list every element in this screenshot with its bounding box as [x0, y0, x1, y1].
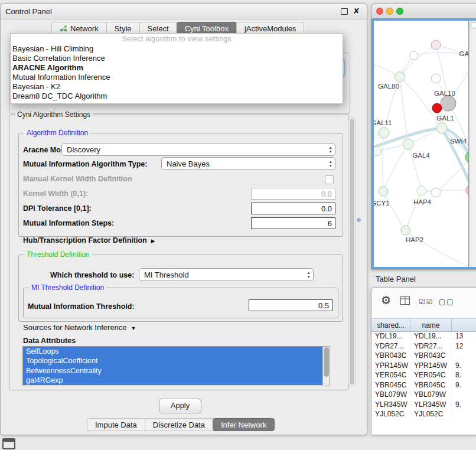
network-node-hap2[interactable] — [401, 226, 410, 235]
deselect-all-icon[interactable]: ▢▢ — [439, 298, 455, 306]
table-toolbar: ⚙ ☑☑ ▢▢ — [371, 288, 476, 317]
network-canvas[interactable]: GAL80GALGAL10GAL1GAL11SWI4GAL4GCY1HAP4HA… — [374, 21, 468, 267]
dpi-tolerance-field[interactable] — [251, 203, 335, 214]
network-scrollbar[interactable] — [469, 21, 476, 267]
network-node[interactable] — [431, 40, 441, 50]
list-scrollbar[interactable] — [322, 347, 330, 386]
table-row[interactable]: YDL19...YDL19...13 — [371, 331, 476, 341]
algorithm-dropdown-popup: Select algorithm to view settings Bayesi… — [10, 33, 343, 104]
mi-steps-field[interactable] — [251, 217, 335, 229]
network-node[interactable] — [466, 185, 468, 195]
scrollbar-thumb[interactable] — [350, 119, 354, 384]
algorithm-option[interactable]: Bayesian - K2 — [11, 82, 343, 92]
aracne-mode-combobox[interactable]: Discovery ▲▼ — [61, 143, 335, 156]
algorithm-option[interactable]: Dream8 DC_TDC Algorithm — [11, 92, 343, 101]
network-node[interactable] — [374, 146, 382, 156]
close-icon[interactable]: ✘ — [353, 6, 360, 15]
node-label: HAP4 — [413, 198, 432, 206]
algorithm-option[interactable]: Mutual Information Inference — [11, 73, 343, 82]
network-node-hap4[interactable] — [417, 186, 426, 195]
data-attribute-item[interactable]: SelfLoops — [23, 347, 330, 356]
column-header[interactable] — [452, 319, 476, 331]
apply-button[interactable]: Apply — [159, 399, 201, 413]
column-chooser-icon[interactable] — [400, 296, 410, 307]
which-threshold-label: Which threshold to use: — [50, 270, 134, 280]
table-cell: 8. — [452, 371, 476, 379]
network-node-gcy1[interactable] — [379, 187, 388, 196]
algorithm-popup-list: Bayesian - Hill ClimbingBasic Correlatio… — [11, 44, 343, 101]
table-row[interactable]: YBR043CYBR043C — [371, 351, 476, 361]
network-node-gal11[interactable] — [379, 128, 389, 138]
network-node-gal80[interactable] — [395, 72, 405, 82]
network-edge[interactable] — [400, 77, 442, 128]
table-row[interactable]: YBR045CYBR045C9. — [371, 380, 476, 390]
table-row[interactable]: YER054CYER054C8. — [371, 370, 476, 380]
hub-section-toggle[interactable]: Hub/Transcription Factor Definition▶ — [23, 236, 155, 246]
network-edge[interactable] — [383, 144, 408, 191]
network-edge[interactable] — [400, 77, 408, 144]
network-node-gal10[interactable] — [441, 96, 456, 111]
tab-discretize-data[interactable]: Discretize Data — [145, 418, 213, 431]
mi-threshold-field[interactable] — [249, 299, 332, 311]
node-label: GAL10 — [434, 90, 455, 97]
table-header-row: shared...name — [371, 318, 476, 332]
node-label: GAL4 — [412, 152, 430, 159]
gear-icon[interactable]: ⚙ — [381, 294, 391, 307]
table-row[interactable]: YLR345WYLR345W9. — [371, 400, 476, 410]
algorithm-definition-title: Algorithm Definition — [24, 129, 90, 137]
scrollbar-button-icon[interactable] — [471, 22, 476, 28]
minimize-traffic-light-icon[interactable] — [386, 8, 393, 15]
network-node-swi4[interactable] — [465, 151, 468, 163]
control-panel-title: Control Panel — [5, 7, 52, 16]
sources-section-toggle[interactable]: Sources for Network Inference▼ — [23, 323, 136, 333]
network-node-gal4[interactable] — [403, 139, 413, 149]
network-node[interactable] — [431, 188, 441, 197]
combo-arrows-icon: ▲▼ — [329, 145, 332, 154]
tab-label: Select — [148, 24, 169, 33]
minimized-panel-icon[interactable] — [2, 438, 15, 449]
kernel-width-label: Kernel Width (0,1): — [23, 189, 88, 198]
scrollbar-thumb[interactable] — [324, 347, 329, 377]
table-cell: 9. — [452, 381, 476, 389]
settings-scrollbar[interactable] — [348, 117, 356, 386]
network-edge[interactable] — [383, 191, 406, 230]
column-header[interactable]: shared... — [371, 319, 410, 331]
zoom-traffic-light-icon[interactable] — [396, 8, 403, 15]
table-row[interactable]: YBL079WYBL079W — [371, 390, 476, 400]
algorithm-option[interactable]: Bayesian - Hill Climbing — [11, 44, 343, 54]
network-edge[interactable] — [400, 45, 436, 77]
manual-kernel-width-checkbox[interactable] — [325, 175, 334, 184]
network-node[interactable] — [431, 74, 441, 83]
settings-group-title: Cyni Algorithm Settings — [15, 110, 93, 119]
mi-algorithm-type-combobox[interactable]: Naive Bayes ▲▼ — [161, 157, 335, 170]
float-window-icon[interactable] — [341, 8, 348, 15]
network-node[interactable] — [410, 51, 418, 60]
network-edge[interactable] — [436, 157, 468, 193]
tab-infer-network[interactable]: Infer Network — [213, 418, 275, 431]
node-label: GAL1 — [436, 115, 454, 122]
algorithm-option[interactable]: ARACNE Algorithm — [11, 63, 343, 73]
network-edge[interactable] — [408, 144, 422, 191]
which-threshold-combobox[interactable]: MI Threshold ▲▼ — [139, 268, 314, 281]
table-row[interactable]: YJL052CYJL052C — [371, 409, 476, 419]
network-edge[interactable] — [406, 191, 422, 230]
panel-splitter-handle[interactable] — [357, 218, 361, 222]
select-all-icon[interactable]: ☑☑ — [419, 298, 434, 306]
data-attribute-item[interactable]: TopologicalCoefficient — [23, 356, 330, 366]
mi-threshold-label: Mutual Information Threshold: — [28, 302, 135, 311]
table-row[interactable]: YPR145WYPR145W9. — [371, 361, 476, 371]
column-header[interactable]: name — [410, 319, 452, 331]
close-traffic-light-icon[interactable] — [376, 8, 383, 15]
table-cell: YDR27... — [371, 342, 410, 350]
network-edge[interactable] — [422, 190, 468, 191]
table-row[interactable]: YDR27...YDR27...12 — [371, 341, 476, 351]
table-cell: YPR145W — [410, 361, 452, 370]
network-node[interactable] — [432, 103, 442, 113]
network-node-gal1[interactable] — [436, 123, 447, 133]
tab-impute-data[interactable]: Impute Data — [87, 418, 145, 431]
algorithm-option[interactable]: Basic Correlation Inference — [11, 54, 343, 63]
data-attribute-item[interactable]: gal4RGexp — [23, 376, 330, 385]
data-attribute-item[interactable]: BetweennessCentrality — [23, 366, 330, 376]
kernel-width-field[interactable] — [251, 188, 335, 200]
network-edge[interactable] — [383, 133, 384, 191]
